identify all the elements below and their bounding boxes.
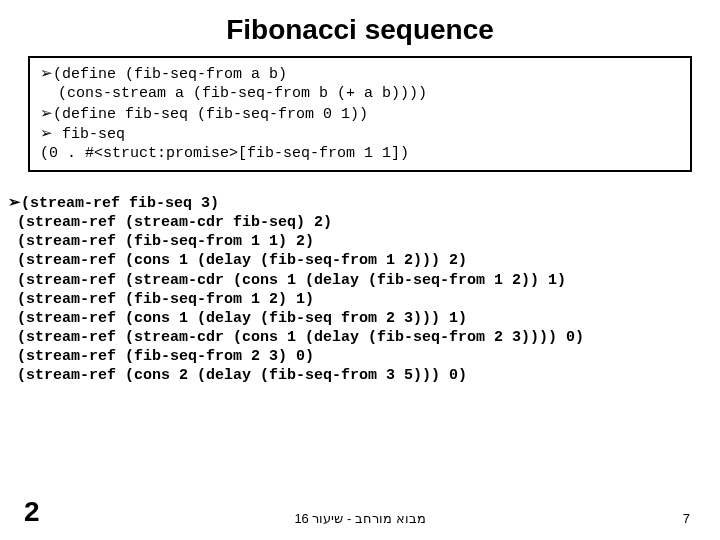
code-line: (stream-ref (fib-seq-from 1 2) 1) [8,291,314,308]
definition-box: ➢(define (fib-seq-from a b) (cons-stream… [28,56,692,172]
prompt-arrow: ➢ [40,124,53,141]
prompt-arrow: ➢ [40,104,53,121]
code-line: (stream-ref (cons 1 (delay (fib-seq from… [8,310,467,327]
prompt-arrow: ➢ [40,64,53,81]
code-line: fib-seq [53,126,125,143]
code-line: (define (fib-seq-from a b) [53,66,287,83]
footer-text: מבוא מורחב - שיעור 16 [0,511,720,526]
code-line: (stream-ref fib-seq 3) [21,195,219,212]
code-line: (stream-ref (stream-cdr fib-seq) 2) [8,214,332,231]
code-line: (stream-ref (cons 2 (delay (fib-seq-from… [8,367,467,384]
page-number: 7 [683,511,690,526]
code-line: (stream-ref (cons 1 (delay (fib-seq-from… [8,252,467,269]
code-line: (define fib-seq (fib-seq-from 0 1)) [53,106,368,123]
code-line: (stream-ref (fib-seq-from 2 3) 0) [8,348,314,365]
code-line: (stream-ref (stream-cdr (cons 1 (delay (… [8,272,566,289]
prompt-arrow: ➢ [8,193,21,210]
code-line: (cons-stream a (fib-seq-from b (+ a b)))… [40,85,427,102]
evaluation-trace: ➢(stream-ref fib-seq 3) (stream-ref (str… [8,192,712,386]
code-line: (0 . #<struct:promise>[fib-seq-from 1 1]… [40,145,409,162]
code-line: (stream-ref (fib-seq-from 1 1) 2) [8,233,314,250]
page-title: Fibonacci sequence [0,0,720,56]
code-line: (stream-ref (stream-cdr (cons 1 (delay (… [8,329,584,346]
